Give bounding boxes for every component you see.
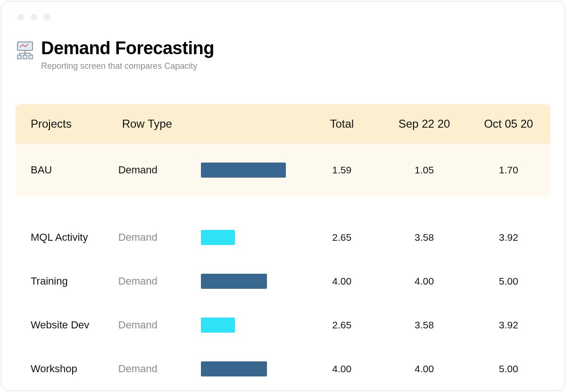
- cell-date2: 3.92: [466, 319, 550, 331]
- cell-project: Workshop: [16, 363, 118, 375]
- cell-date2: 3.92: [466, 232, 550, 243]
- cell-date2: 5.00: [466, 363, 550, 375]
- header-text: Demand Forecasting Reporting screen that…: [41, 38, 214, 71]
- col-header-rowtype[interactable]: Row Type: [118, 117, 200, 131]
- cell-bar: [200, 163, 302, 178]
- svg-rect-8: [29, 55, 33, 59]
- table-header-row: Projects Row Type Total Sep 22 20 Oct 05…: [16, 104, 550, 144]
- cell-bar: [200, 361, 302, 376]
- col-header-total[interactable]: Total: [302, 117, 382, 131]
- demand-bar: [201, 163, 286, 178]
- cell-date1: 3.58: [382, 319, 467, 331]
- row-spacer: [16, 196, 550, 215]
- col-header-date2[interactable]: Oct 05 20: [466, 117, 550, 131]
- cell-total: 4.00: [302, 276, 382, 287]
- cell-rowtype: Demand: [118, 231, 200, 244]
- col-header-projects[interactable]: Projects: [16, 117, 118, 131]
- demand-bar: [201, 274, 267, 289]
- table-row[interactable]: Website DevDemand2.653.583.92: [16, 303, 550, 347]
- cell-project: BAU: [16, 164, 118, 176]
- cell-date1: 1.05: [382, 164, 467, 176]
- cell-bar: [200, 230, 302, 245]
- svg-rect-7: [23, 55, 27, 59]
- cell-rowtype: Demand: [118, 319, 200, 331]
- page-subtitle: Reporting screen that compares Capacity: [41, 61, 214, 71]
- cell-project: Website Dev: [16, 319, 118, 331]
- cell-total: 2.65: [302, 319, 382, 331]
- cell-rowtype: Demand: [118, 363, 200, 375]
- cell-total: 4.00: [302, 363, 382, 375]
- window-dot[interactable]: [17, 14, 24, 20]
- cell-total: 1.59: [302, 164, 382, 176]
- svg-rect-6: [17, 55, 21, 59]
- demand-bar: [201, 230, 235, 245]
- cell-project: MQL Activity: [16, 231, 118, 244]
- window-dot[interactable]: [31, 14, 37, 20]
- col-header-date1[interactable]: Sep 22 20: [382, 117, 467, 131]
- page-header: Demand Forecasting Reporting screen that…: [16, 38, 214, 71]
- window-dot[interactable]: [44, 14, 50, 20]
- cell-date1: 4.00: [382, 276, 467, 287]
- cell-date2: 5.00: [466, 276, 550, 287]
- cell-project: Training: [16, 275, 118, 287]
- forecast-icon: [16, 41, 34, 60]
- table-row[interactable]: TrainingDemand4.004.005.00: [16, 259, 550, 303]
- demand-bar: [201, 361, 267, 376]
- table-row[interactable]: MQL ActivityDemand2.653.583.92: [16, 215, 550, 259]
- cell-rowtype: Demand: [118, 275, 200, 287]
- cell-date2: 1.70: [466, 164, 550, 176]
- table-row[interactable]: BAUDemand1.591.051.70: [16, 144, 550, 196]
- demand-bar: [201, 318, 235, 333]
- cell-date1: 3.58: [382, 232, 467, 243]
- forecast-table: Projects Row Type Total Sep 22 20 Oct 05…: [16, 104, 550, 391]
- cell-bar: [200, 318, 302, 333]
- app-window: Demand Forecasting Reporting screen that…: [1, 1, 565, 391]
- cell-date1: 4.00: [382, 363, 467, 375]
- cell-total: 2.65: [302, 232, 382, 243]
- table-body: BAUDemand1.591.051.70MQL ActivityDemand2…: [16, 144, 550, 391]
- window-controls: [17, 14, 50, 20]
- cell-bar: [200, 274, 302, 289]
- page-title: Demand Forecasting: [41, 38, 214, 58]
- table-row[interactable]: WorkshopDemand4.004.005.00: [16, 347, 550, 391]
- cell-rowtype: Demand: [118, 164, 200, 176]
